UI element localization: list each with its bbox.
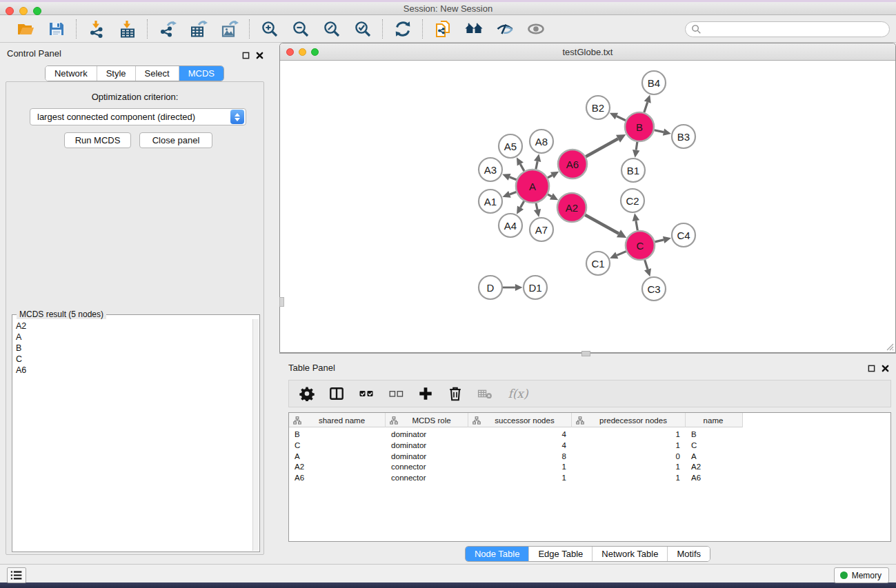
zoom-fit-icon[interactable] bbox=[322, 19, 341, 38]
add-column-icon[interactable] bbox=[416, 385, 435, 403]
edge-A-A6[interactable] bbox=[548, 175, 552, 178]
table-row[interactable]: Adominator80A bbox=[289, 451, 743, 462]
mcds-result-item[interactable]: B bbox=[16, 343, 250, 354]
network-minimize-button[interactable] bbox=[299, 48, 306, 56]
network-window-titlebar[interactable]: testGlobe.txt bbox=[280, 43, 895, 61]
tab-edge-table[interactable]: Edge Table bbox=[528, 547, 592, 561]
split-columns-icon[interactable] bbox=[327, 385, 346, 403]
table-row[interactable]: Cdominator41C bbox=[289, 440, 743, 451]
edge-A-A2[interactable] bbox=[548, 194, 551, 196]
table-row[interactable]: A6connector11A6 bbox=[289, 472, 743, 483]
splitter-handle[interactable] bbox=[581, 351, 590, 356]
close-panel-button[interactable]: Close panel bbox=[139, 132, 212, 148]
settings-gear-icon[interactable] bbox=[297, 385, 316, 403]
hide-annotations-icon[interactable] bbox=[495, 19, 514, 38]
cell-successor_nodes: 4 bbox=[468, 440, 572, 451]
tab-mcds[interactable]: MCDS bbox=[179, 66, 223, 81]
edge-A-A8[interactable] bbox=[536, 161, 537, 169]
minimize-window-button[interactable] bbox=[19, 7, 28, 15]
delete-table-icon[interactable] bbox=[475, 385, 494, 403]
edge-B-B1[interactable] bbox=[636, 142, 637, 150]
edge-A6-B[interactable] bbox=[586, 139, 618, 156]
column-header-predecessor-nodes[interactable]: predecessor nodes bbox=[572, 413, 686, 427]
network-close-button[interactable] bbox=[286, 48, 294, 56]
edge-C-C3[interactable] bbox=[645, 260, 648, 270]
edge-A-A3[interactable] bbox=[510, 177, 517, 180]
panel-resize-handle[interactable] bbox=[279, 297, 284, 307]
tab-network[interactable]: Network bbox=[46, 66, 97, 81]
tab-node-table[interactable]: Node Table bbox=[466, 547, 529, 561]
criterion-dropdown[interactable]: largest connected component (directed) bbox=[30, 108, 246, 125]
task-history-button[interactable] bbox=[7, 567, 26, 583]
tab-network-table[interactable]: Network Table bbox=[592, 547, 667, 561]
column-header-MCDS-role[interactable]: MCDS role bbox=[386, 413, 468, 427]
column-header-successor-nodes[interactable]: successor nodes bbox=[468, 413, 572, 427]
export-network-icon[interactable] bbox=[158, 19, 177, 38]
edge-A-A1[interactable] bbox=[510, 192, 517, 194]
column-header-name[interactable]: name bbox=[686, 413, 743, 427]
select-all-columns-icon[interactable] bbox=[357, 385, 375, 403]
table-close-panel-icon[interactable] bbox=[882, 363, 889, 375]
refresh-icon[interactable] bbox=[393, 19, 412, 38]
mcds-result-item[interactable]: A2 bbox=[16, 321, 250, 332]
float-panel-icon[interactable] bbox=[242, 50, 250, 62]
tab-style[interactable]: Style bbox=[97, 66, 135, 81]
export-table-icon[interactable] bbox=[189, 19, 208, 38]
network-zoom-button[interactable] bbox=[311, 48, 319, 56]
node-table[interactable]: shared nameMCDS rolesuccessor nodesprede… bbox=[288, 412, 891, 542]
tab-motifs[interactable]: Motifs bbox=[667, 547, 710, 561]
zoom-selected-icon[interactable] bbox=[353, 19, 372, 38]
close-window-button[interactable] bbox=[6, 7, 14, 15]
edge-C-C2[interactable] bbox=[636, 221, 637, 230]
edge-B-B3[interactable] bbox=[654, 130, 664, 132]
zoom-in-icon[interactable] bbox=[260, 19, 279, 38]
table-float-panel-icon[interactable] bbox=[868, 363, 875, 375]
window-resize-grip[interactable] bbox=[884, 341, 894, 351]
search-input[interactable] bbox=[704, 25, 889, 34]
import-table-icon[interactable] bbox=[118, 19, 137, 38]
edge-B-B2[interactable] bbox=[617, 116, 626, 121]
edge-C-C4[interactable] bbox=[655, 240, 664, 242]
column-header-label: successor nodes bbox=[484, 416, 571, 425]
edge-A-A4[interactable] bbox=[521, 201, 524, 207]
edge-A2-C[interactable] bbox=[585, 215, 619, 234]
close-panel-icon[interactable] bbox=[256, 50, 263, 62]
memory-button[interactable]: Memory bbox=[834, 567, 889, 583]
edge-C-C1[interactable] bbox=[617, 252, 626, 256]
node-label-C3: C3 bbox=[647, 283, 660, 295]
mcds-result-scrollbar[interactable] bbox=[252, 319, 259, 551]
network-graph[interactable]: AA1A2A3A4A5A6A7A8BB1B2B3B4CC1C2C3C4DD1 bbox=[280, 61, 895, 352]
save-session-icon[interactable] bbox=[47, 19, 66, 38]
search-field[interactable] bbox=[685, 21, 890, 37]
edge-A-A5[interactable] bbox=[520, 164, 524, 171]
node-label-A3: A3 bbox=[484, 164, 497, 176]
table-row[interactable]: A2connector11A2 bbox=[289, 461, 743, 472]
node-label-D1: D1 bbox=[528, 282, 541, 294]
edge-A-A7[interactable] bbox=[536, 203, 537, 209]
tab-select[interactable]: Select bbox=[135, 66, 179, 81]
zoom-window-button[interactable] bbox=[33, 7, 41, 15]
function-builder-icon[interactable]: f(x) bbox=[505, 385, 531, 403]
network-canvas[interactable]: AA1A2A3A4A5A6A7A8BB1B2B3B4CC1C2C3C4DD1 bbox=[280, 61, 895, 352]
mcds-result-item[interactable]: A6 bbox=[16, 365, 250, 376]
show-annotations-icon[interactable] bbox=[526, 19, 545, 38]
node-label-B2: B2 bbox=[592, 102, 604, 114]
import-network-icon[interactable] bbox=[87, 19, 106, 38]
export-image-icon[interactable] bbox=[220, 19, 239, 38]
mcds-result-item[interactable]: C bbox=[16, 354, 250, 365]
column-header-shared-name[interactable]: shared name bbox=[289, 413, 386, 427]
run-mcds-button[interactable]: Run MCDS bbox=[64, 132, 131, 148]
edge-B-B4[interactable] bbox=[644, 102, 648, 112]
node-label-B: B bbox=[636, 121, 643, 133]
clone-network-icon[interactable] bbox=[433, 19, 452, 38]
mcds-result-list[interactable]: A2ABCA6 bbox=[13, 319, 252, 551]
table-row[interactable]: Bdominator41B bbox=[289, 429, 743, 440]
home-icon[interactable] bbox=[464, 19, 483, 38]
mcds-result-item[interactable]: A bbox=[16, 332, 250, 343]
delete-column-icon[interactable] bbox=[446, 385, 464, 403]
zoom-out-icon[interactable] bbox=[291, 19, 310, 38]
deselect-all-columns-icon[interactable] bbox=[386, 385, 405, 403]
horizontal-splitter[interactable] bbox=[279, 353, 896, 358]
open-session-icon[interactable] bbox=[16, 19, 34, 38]
desktop-background-bottom bbox=[0, 582, 896, 588]
